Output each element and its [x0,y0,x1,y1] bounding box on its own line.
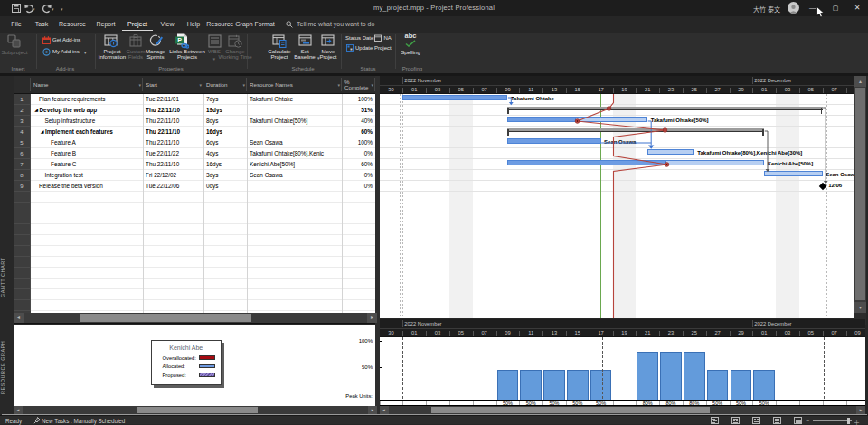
subproject-icon[interactable] [7,34,21,48]
zoom-slider[interactable] [813,420,852,421]
task-complete-cell[interactable]: 0% [342,148,375,159]
filter-dropdown-icon[interactable]: ▾ [337,82,340,88]
task-duration-cell[interactable]: 3dys [203,170,246,181]
view-resource-graph-icon[interactable] [794,417,802,424]
task-duration-cell[interactable]: 4dys [203,148,246,159]
zoom-slider-thumb[interactable] [847,418,850,424]
gantt-chart-area[interactable]: Takafumi OhtakeTakafumi Ohtake[50%]Sean … [380,94,855,319]
view-gantt-icon[interactable] [711,417,719,424]
tab-project[interactable]: Project [121,16,154,33]
move-project-button[interactable]: MoveProject [313,49,344,61]
resource-right-h-scrollbar-thumb[interactable] [431,407,710,413]
task-complete-cell[interactable]: 0% [342,170,375,181]
zoom-in-icon[interactable]: ＋ [854,418,860,425]
scroll-right-icon[interactable]: ► [368,406,377,414]
allocation-bar[interactable] [543,370,565,400]
row-number[interactable]: 8 [14,170,31,181]
task-start-cell[interactable]: Thu 22/11/10 [143,105,203,116]
tab-file[interactable]: File [4,16,29,33]
column-header-start[interactable]: Start▾ [143,76,203,94]
task-start-cell[interactable]: Tue 22/11/22 [143,148,203,159]
change-working-time-button[interactable]: ChangeWorking Time [212,49,259,61]
row-number[interactable]: 4 [14,127,31,137]
gantt-v-scrollbar[interactable]: ▲ ▼ [854,76,866,313]
task-name-cell[interactable]: Feature B [31,148,142,159]
task-duration-cell[interactable]: 0dys [203,181,246,192]
my-addins-dropdown-icon[interactable]: ▾ [84,50,87,55]
allocation-bar[interactable] [707,370,729,400]
task-complete-cell[interactable]: 0% [342,181,375,192]
row-number[interactable]: 5 [14,137,31,148]
row-number[interactable]: 3 [14,116,31,127]
update-project-button[interactable]: Update Project [355,45,392,51]
task-name-cell[interactable]: Plan feature requirements [31,94,142,105]
allocation-bar[interactable] [684,352,705,399]
view-task-usage-icon[interactable] [731,417,740,424]
scroll-left-icon[interactable]: ◄ [380,406,389,414]
task-resources-cell[interactable] [247,181,341,192]
task-resources-cell[interactable] [247,127,341,137]
resource-right-h-scrollbar[interactable]: ◄ ► [380,406,866,414]
task-start-cell[interactable]: Thu 22/11/10 [143,137,203,148]
column-header-resource-names[interactable]: Resource Names▾ [247,76,342,94]
column-header--complete[interactable]: %Complete▾ [342,76,375,94]
tab-task[interactable]: Task [29,16,54,33]
task-start-cell[interactable]: Thu 22/11/10 [143,159,203,170]
task-start-cell[interactable]: Thu 22/11/10 [143,116,203,127]
allocation-bar[interactable] [637,352,658,399]
task-complete-cell[interactable]: 40% [342,116,375,127]
row-number[interactable]: 1 [14,94,31,105]
maximize-button[interactable]: ▢ [826,0,845,16]
column-header-name[interactable]: Name▾ [31,76,143,94]
tab-help[interactable]: Help [181,16,206,33]
task-duration-cell[interactable]: 8dys [203,116,246,127]
task-name-cell[interactable]: Setup infrastructure [31,116,142,127]
avatar[interactable] [788,2,799,14]
task-name-cell[interactable]: Integration test [31,170,142,181]
user-name[interactable]: 大竹 泰文 [753,5,780,14]
filter-dropdown-icon[interactable]: ▾ [199,82,202,88]
row-number[interactable]: 2 [14,105,31,116]
task-complete-cell[interactable]: 60% [342,159,375,170]
scroll-left-icon[interactable]: ◄ [14,406,23,414]
task-start-cell[interactable]: Tue 22/11/01 [143,94,203,105]
subproject-button[interactable]: Subproject [0,50,29,55]
task-resources-cell[interactable]: Kenichi Abe[50%] [247,159,341,170]
task-resources-cell[interactable]: Takafumi Ohtake[50%] [247,116,341,127]
manage-sprints-button[interactable]: ManageSprints [140,49,171,61]
resource-graph-chart[interactable]: 2022 November2022 December 3001030507091… [380,319,866,406]
scroll-left-icon[interactable]: ◄ [14,313,24,323]
status-date-value[interactable]: NA [384,35,392,41]
task-name-cell[interactable]: Feature A [31,137,142,148]
gantt-chart-pane-label[interactable]: GANTT CHART [0,243,14,311]
row-number[interactable]: 7 [14,159,31,170]
row-number[interactable]: 6 [14,148,31,159]
task-resources-cell[interactable] [247,105,341,116]
allocation-bar[interactable] [731,370,752,400]
allocation-bar[interactable] [753,370,775,400]
spelling-button[interactable]: Spelling [398,50,423,55]
zoom-out-icon[interactable]: − [806,418,809,424]
task-complete-cell[interactable]: 60% [342,127,375,137]
task-resources-cell[interactable]: Sean Osawa [247,137,341,148]
task-start-cell[interactable]: Fri 22/12/02 [143,170,203,181]
task-resources-cell[interactable]: Takafumi Ohtake [247,94,341,105]
allocation-bar[interactable] [497,370,519,400]
resource-graph-pane-label[interactable]: RESOURCE GRAPH [0,322,14,412]
scroll-right-icon[interactable]: ► [367,313,377,323]
allocation-bar[interactable] [567,370,589,400]
expand-triangle-icon[interactable]: ◢ [35,108,38,112]
get-addins-button[interactable]: Get Add-ins [52,37,80,42]
tab-view[interactable]: View [154,16,181,33]
filter-dropdown-icon[interactable]: ▾ [242,82,245,88]
task-duration-cell[interactable]: 16dys [203,159,246,170]
view-team-planner-icon[interactable] [752,417,760,424]
task-complete-cell[interactable]: 51% [342,105,375,116]
view-resource-sheet-icon[interactable] [773,417,781,424]
tab-report[interactable]: Report [90,16,121,33]
my-addins-button[interactable]: My Add-ins [52,49,80,54]
allocation-bar[interactable] [520,370,542,400]
task-complete-cell[interactable]: 100% [342,137,375,148]
task-name-cell[interactable]: ◢Develop the web app [31,105,142,116]
close-button[interactable]: ✕ [847,0,867,16]
